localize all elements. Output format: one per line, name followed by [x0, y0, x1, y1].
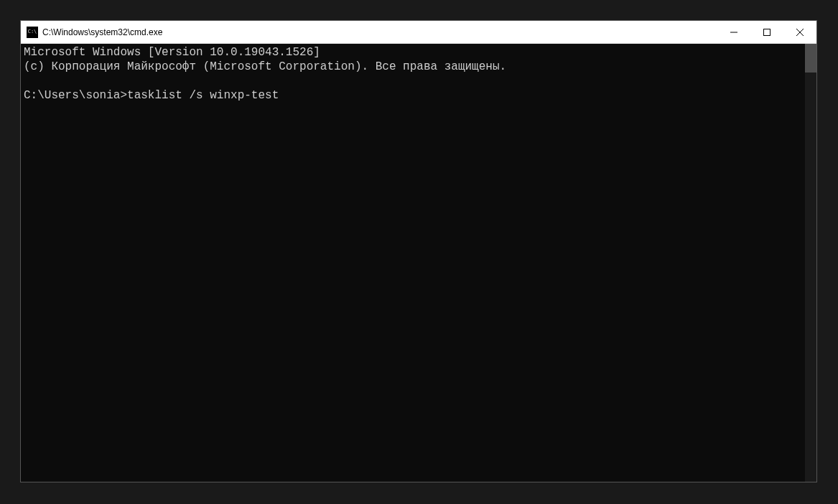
- minimize-icon: [730, 29, 737, 36]
- minimize-button[interactable]: [717, 21, 750, 43]
- output-line: (c) Корпорация Майкрософт (Microsoft Cor…: [24, 60, 506, 73]
- maximize-button[interactable]: [750, 21, 783, 43]
- maximize-icon: [763, 29, 771, 36]
- terminal-area: Microsoft Windows [Version 10.0.19043.15…: [21, 44, 816, 482]
- scrollbar[interactable]: [805, 44, 816, 482]
- scrollbar-thumb[interactable]: [805, 44, 816, 73]
- command-input[interactable]: tasklist /s winxp-test: [127, 89, 279, 102]
- window-title: C:\Windows\system32\cmd.exe: [42, 27, 717, 37]
- close-button[interactable]: [783, 21, 816, 43]
- svg-rect-1: [764, 29, 771, 35]
- cmd-icon: C:\: [27, 27, 38, 38]
- titlebar[interactable]: C:\ C:\Windows\system32\cmd.exe: [21, 21, 816, 44]
- output-line: Microsoft Windows [Version 10.0.19043.15…: [24, 46, 320, 59]
- window-controls: [717, 21, 816, 43]
- cmd-window: C:\ C:\Windows\system32\cmd.exe Microsof…: [20, 20, 817, 482]
- cmd-icon-text: C:\: [28, 29, 37, 34]
- prompt: C:\Users\sonia>: [24, 89, 127, 102]
- terminal-output[interactable]: Microsoft Windows [Version 10.0.19043.15…: [21, 44, 805, 482]
- close-icon: [796, 29, 804, 36]
